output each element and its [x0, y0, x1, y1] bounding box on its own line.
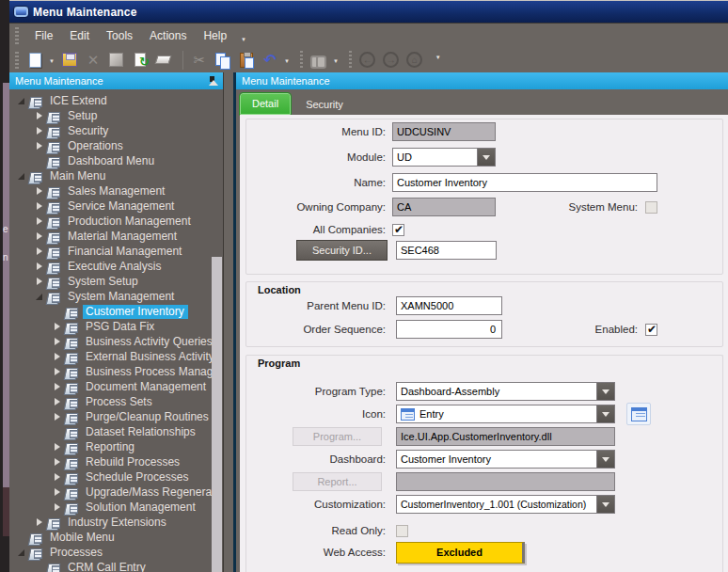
tree-scrollbar-thumb[interactable]: [212, 257, 222, 572]
clear-button[interactable]: [155, 52, 172, 69]
tree-item-security[interactable]: Security: [9, 123, 223, 138]
collapse-icon[interactable]: [35, 292, 45, 302]
expand-icon[interactable]: [53, 382, 63, 392]
expand-icon[interactable]: [53, 457, 63, 468]
menu-tools[interactable]: Tools: [98, 26, 141, 45]
new-button[interactable]: ▼: [26, 52, 55, 69]
menubar-grip[interactable]: [15, 27, 19, 44]
menubar-overflow-chevron-icon[interactable]: ▼: [241, 37, 246, 47]
tree-item-system-management[interactable]: System Management: [9, 289, 223, 304]
tree-item-business-activity-queries[interactable]: Business Activity Queries: [9, 334, 223, 349]
toolbar-more-button[interactable]: ▼: [430, 55, 441, 65]
paste-button[interactable]: [238, 52, 255, 69]
parent-menu-id-input[interactable]: XAMN5000: [396, 296, 502, 315]
tree-item-executive-analysis[interactable]: Executive Analysis: [9, 259, 223, 274]
delete-button[interactable]: ✕: [85, 52, 102, 69]
back-button[interactable]: ←: [359, 52, 376, 69]
expand-icon[interactable]: [35, 277, 45, 287]
expand-icon[interactable]: [53, 487, 63, 498]
tree-item-dataset-relationships[interactable]: Dataset Relationships: [9, 424, 223, 439]
undo-button[interactable]: ↶▼: [261, 52, 290, 69]
expand-icon[interactable]: [35, 186, 45, 197]
tree-item-upgrade-mass-regenerati[interactable]: Upgrade/Mass Regenerati: [9, 485, 223, 500]
tree-scroll-up-icon[interactable]: [209, 80, 218, 86]
program-type-combobox[interactable]: Dashboard-Assembly: [396, 382, 615, 401]
tree-item-schedule-processes[interactable]: Schedule Processes: [9, 469, 223, 485]
tree-item-process-sets[interactable]: Process Sets: [9, 394, 223, 409]
expand-icon[interactable]: [53, 367, 63, 377]
icon-combobox[interactable]: Entry: [396, 405, 615, 423]
tree-item-service-management[interactable]: Service Management: [9, 199, 223, 214]
tree-item-solution-management[interactable]: Solution Management: [9, 500, 223, 515]
expand-icon[interactable]: [53, 322, 63, 332]
tree-item-purge-cleanup-routines[interactable]: Purge/Cleanup Routines: [9, 409, 223, 424]
expand-icon[interactable]: [53, 352, 63, 362]
menu-edit[interactable]: Edit: [61, 26, 98, 45]
security-id-input[interactable]: SEC468: [396, 241, 497, 260]
cut-button[interactable]: ✂: [191, 52, 208, 69]
tree-item-crm-call-entry[interactable]: CRM Call Entry: [9, 560, 223, 572]
tree-item-system-setup[interactable]: System Setup: [9, 274, 223, 289]
enabled-checkbox[interactable]: [645, 324, 657, 336]
expand-icon[interactable]: [35, 262, 45, 272]
tree-item-customer-inventory[interactable]: Customer Inventory: [9, 304, 223, 319]
menu-file[interactable]: File: [26, 26, 61, 45]
tree-item-document-management[interactable]: Document Management: [9, 379, 223, 394]
tree-item-production-management[interactable]: Production Management: [9, 214, 223, 229]
tree-item-main-menu[interactable]: Main Menu: [9, 168, 223, 183]
expand-icon[interactable]: [35, 216, 45, 227]
tree-item-mobile-menu[interactable]: Mobile Menu: [9, 530, 223, 545]
tree-item-psg-data-fix[interactable]: PSG Data Fix: [9, 319, 223, 334]
collapse-icon[interactable]: [17, 171, 27, 182]
expand-icon[interactable]: [53, 502, 63, 513]
refresh-button[interactable]: [132, 52, 149, 69]
menu-help[interactable]: Help: [195, 26, 235, 45]
tree-item-operations[interactable]: Operations: [9, 138, 223, 153]
expand-icon[interactable]: [35, 201, 45, 212]
expand-icon[interactable]: [35, 231, 45, 242]
tab-detail[interactable]: Detail: [240, 93, 291, 115]
security-id-button[interactable]: Security ID...: [296, 240, 388, 261]
customization-combobox[interactable]: CustomerInventory_1.001 (Customization): [396, 495, 615, 514]
menu-actions[interactable]: Actions: [141, 26, 195, 45]
web-access-button[interactable]: Excluded: [396, 542, 525, 564]
find-button[interactable]: ▼: [310, 52, 339, 69]
expand-icon[interactable]: [53, 442, 63, 453]
expand-icon[interactable]: [53, 472, 63, 483]
expand-icon[interactable]: [35, 141, 45, 151]
module-combobox[interactable]: UD: [392, 148, 496, 167]
toolbar-grip[interactable]: [15, 52, 19, 69]
tree-item-dashboard-menu[interactable]: Dashboard Menu: [9, 153, 223, 168]
tree-item-business-process-manag[interactable]: Business Process Manag: [9, 364, 223, 379]
expand-icon[interactable]: [35, 111, 45, 121]
name-input[interactable]: Customer Inventory: [392, 173, 657, 192]
collapse-icon[interactable]: [17, 548, 27, 558]
expand-icon[interactable]: [53, 412, 63, 422]
collapse-icon[interactable]: [17, 96, 27, 106]
expand-icon[interactable]: [35, 126, 45, 136]
tree-item-reporting[interactable]: Reporting: [9, 439, 223, 454]
expand-icon[interactable]: [35, 517, 45, 528]
tree-item-material-management[interactable]: Material Management: [9, 229, 223, 244]
expand-icon[interactable]: [35, 246, 45, 257]
dashboard-combobox[interactable]: Customer Inventory: [396, 450, 615, 469]
all-companies-checkbox[interactable]: [392, 224, 404, 236]
copy-button[interactable]: [214, 52, 231, 69]
tree-item-setup[interactable]: Setup: [9, 108, 223, 123]
order-sequence-input[interactable]: 0: [396, 320, 502, 339]
tree-item-external-business-activity[interactable]: External Business Activity: [9, 349, 223, 364]
home-button[interactable]: ⌂: [406, 52, 423, 69]
tree-item-processes[interactable]: Processes: [9, 545, 223, 560]
forward-button[interactable]: →: [383, 52, 400, 69]
tree-item-rebuild-processes[interactable]: Rebuild Processes: [9, 454, 223, 469]
tree-item-ice-extend[interactable]: ICE Extend: [9, 93, 223, 108]
tree-item-financial-management[interactable]: Financial Management: [9, 244, 223, 259]
expand-icon[interactable]: [53, 397, 63, 407]
tab-security[interactable]: Security: [294, 95, 355, 115]
tree-item-industry-extensions[interactable]: Industry Extensions: [9, 515, 223, 530]
tree-item-sales-management[interactable]: Sales Management: [9, 183, 223, 199]
blank-button[interactable]: [108, 52, 125, 69]
expand-icon[interactable]: [53, 337, 63, 347]
icon-preview-button[interactable]: [626, 403, 651, 425]
save-button[interactable]: [61, 52, 78, 69]
